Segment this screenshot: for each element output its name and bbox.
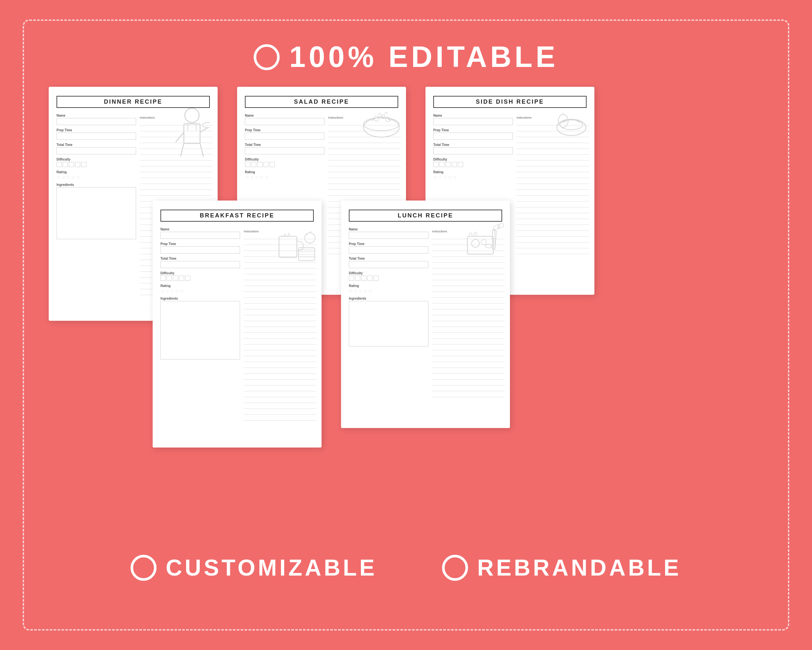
lunch-diff-box-3[interactable] xyxy=(361,275,366,281)
breakfast-diff-label: Difficulty xyxy=(160,271,240,275)
side-dish-rating-label: Rating xyxy=(433,170,513,174)
breakfast-title: BREAKFAST RECIPE xyxy=(200,212,275,219)
salad-prep-label: Prep Time xyxy=(245,128,325,132)
side-dish-total-input[interactable] xyxy=(433,147,513,154)
breakfast-name-label: Name xyxy=(160,228,240,231)
salad-difficulty xyxy=(245,162,325,167)
dinner-name-input[interactable] xyxy=(56,118,136,125)
side-dish-prep-input[interactable] xyxy=(433,133,513,140)
lunch-recipe-card: LUNCH RECIPE xyxy=(341,200,510,428)
rebrandable-label: REBRANDABLE xyxy=(477,555,681,581)
breakfast-ingredients-label: Ingredients xyxy=(160,297,240,300)
salad-diff-box-4[interactable] xyxy=(263,162,269,167)
side-dish-prep-label: Prep Time xyxy=(433,128,513,132)
breakfast-fields: Name Prep Time Total Time Difficulty Rat… xyxy=(160,228,240,359)
breakfast-diff-box-2[interactable] xyxy=(166,275,172,281)
salad-diff-label: Difficulty xyxy=(245,158,325,161)
side-diff-box-4[interactable] xyxy=(452,162,457,167)
dinner-ingredients-box[interactable] xyxy=(56,187,136,239)
salad-prep-input[interactable] xyxy=(245,133,325,140)
salad-fields: Name Prep Time Total Time Difficulty Rat… xyxy=(245,114,325,180)
dinner-stars[interactable]: ☆☆☆☆☆ xyxy=(56,174,136,180)
side-dish-difficulty xyxy=(433,162,513,167)
salad-diff-box-2[interactable] xyxy=(251,162,256,167)
salad-instructions-label: Instructions xyxy=(328,116,401,119)
breakfast-difficulty xyxy=(160,275,240,281)
header-title: 100% EDITABLE xyxy=(289,40,559,74)
lunch-prep-label: Prep Time xyxy=(349,242,429,246)
dinner-total-input[interactable] xyxy=(56,147,136,154)
salad-diff-box-3[interactable] xyxy=(257,162,263,167)
lunch-prep-input[interactable] xyxy=(349,246,429,254)
dinner-total-label: Total Time xyxy=(56,143,136,147)
side-diff-box-1[interactable] xyxy=(433,162,438,167)
lunch-instructions-label: Instructions xyxy=(432,230,505,233)
side-dish-instructions: Instructions xyxy=(516,116,589,255)
diff-box-5[interactable] xyxy=(81,162,86,167)
side-dish-total-label: Total Time xyxy=(433,143,513,147)
diff-box-1[interactable] xyxy=(56,162,62,167)
side-diff-box-3[interactable] xyxy=(446,162,451,167)
salad-stars[interactable]: ☆☆☆☆☆ xyxy=(245,174,325,180)
breakfast-rating-label: Rating xyxy=(160,284,240,288)
header: 100% EDITABLE xyxy=(254,40,559,74)
side-diff-box-2[interactable] xyxy=(440,162,445,167)
rebrandable-icon xyxy=(442,555,468,581)
side-dish-title: SIDE DISH RECIPE xyxy=(476,98,544,105)
dinner-title: DINNER RECIPE xyxy=(104,98,162,105)
lunch-rating-label: Rating xyxy=(349,284,429,288)
breakfast-diff-box-1[interactable] xyxy=(160,275,166,281)
side-diff-box-5[interactable] xyxy=(458,162,463,167)
diff-box-4[interactable] xyxy=(75,162,80,167)
breakfast-instructions: Instructions xyxy=(244,230,316,422)
salad-total-label: Total Time xyxy=(245,143,325,147)
salad-total-input[interactable] xyxy=(245,147,325,154)
breakfast-prep-input[interactable] xyxy=(160,246,240,254)
salad-diff-box-1[interactable] xyxy=(245,162,250,167)
side-dish-instructions-label: Instructions xyxy=(516,116,589,119)
rebrandable-item: REBRANDABLE xyxy=(442,555,681,581)
dinner-ingredients-label: Ingredients xyxy=(56,183,136,187)
lunch-total-input[interactable] xyxy=(349,261,429,268)
lunch-diff-box-5[interactable] xyxy=(374,275,379,281)
diff-box-3[interactable] xyxy=(69,162,74,167)
lunch-name-label: Name xyxy=(349,228,429,231)
lunch-diff-box-4[interactable] xyxy=(367,275,372,281)
breakfast-ingredients-box[interactable] xyxy=(160,301,240,359)
dinner-rating-label: Rating xyxy=(56,170,136,174)
lunch-diff-box-2[interactable] xyxy=(355,275,360,281)
breakfast-diff-box-4[interactable] xyxy=(179,275,184,281)
breakfast-instructions-label: Instructions xyxy=(244,230,316,233)
diff-box-2[interactable] xyxy=(63,162,68,167)
customizable-label: CUSTOMIZABLE xyxy=(166,555,377,581)
side-dish-stars[interactable]: ☆☆☆☆☆ xyxy=(433,174,513,180)
lunch-name-input[interactable] xyxy=(349,232,429,239)
breakfast-diff-box-3[interactable] xyxy=(173,275,178,281)
lunch-diff-label: Difficulty xyxy=(349,271,429,275)
lunch-fields: Name Prep Time Total Time Difficulty Rat… xyxy=(349,228,429,346)
breakfast-prep-label: Prep Time xyxy=(160,242,240,246)
breakfast-diff-box-5[interactable] xyxy=(185,275,190,281)
dinner-fields: Name Prep Time Total Time Difficulty Rat… xyxy=(56,114,136,239)
lunch-diff-box-1[interactable] xyxy=(349,275,354,281)
salad-rating-label: Rating xyxy=(245,170,325,174)
breakfast-stars[interactable]: ☆☆☆☆☆ xyxy=(160,288,240,294)
dinner-prep-input[interactable] xyxy=(56,133,136,140)
footer: CUSTOMIZABLE REBRANDABLE xyxy=(131,555,681,581)
breakfast-recipe-card: BREAKFAST RECIPE xyxy=(153,200,322,448)
lunch-stars[interactable]: ☆☆☆☆☆ xyxy=(349,288,429,294)
lunch-total-label: Total Time xyxy=(349,257,429,260)
dinner-name-label: Name xyxy=(56,114,136,117)
lunch-ingredients-box[interactable] xyxy=(349,301,429,346)
side-dish-name-input[interactable] xyxy=(433,118,513,125)
breakfast-name-input[interactable] xyxy=(160,232,240,239)
lunch-difficulty xyxy=(349,275,429,281)
dinner-instructions-label: Instructions xyxy=(140,116,212,119)
salad-diff-box-5[interactable] xyxy=(270,162,275,167)
breakfast-total-label: Total Time xyxy=(160,257,240,260)
breakfast-total-input[interactable] xyxy=(160,261,240,268)
editable-icon xyxy=(254,44,280,70)
dinner-diff-label: Difficulty xyxy=(56,158,136,161)
salad-name-input[interactable] xyxy=(245,118,325,125)
salad-title: SALAD RECIPE xyxy=(294,98,349,105)
